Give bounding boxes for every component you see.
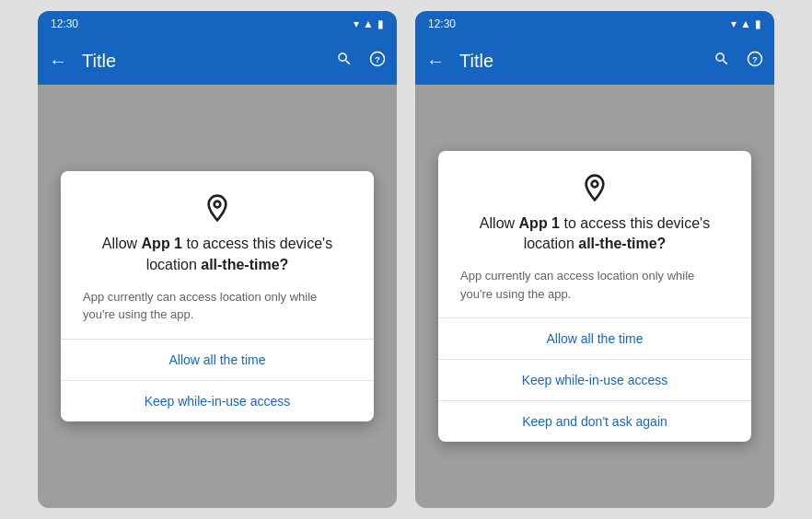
- dialog-title-1: Allow App 1 to access this device's loca…: [83, 234, 352, 275]
- keep-while-in-use-button-1[interactable]: Keep while-in-use access: [61, 381, 374, 421]
- dialog-body-2: Allow App 1 to access this device's loca…: [438, 151, 751, 304]
- toolbar-1: ← Title ?: [38, 37, 397, 85]
- toolbar-icons-1: ?: [336, 51, 386, 72]
- dialog-1: Allow App 1 to access this device's loca…: [61, 171, 374, 421]
- content-area-1: Allow App 1 to access this device's loca…: [38, 85, 397, 508]
- dialog-title-2: Allow App 1 to access this device's loca…: [460, 213, 729, 255]
- content-area-2: Allow App 1 to access this device's loca…: [415, 85, 774, 508]
- svg-text:?: ?: [375, 53, 380, 63]
- status-icons-2: ▾ ▲ ▮: [731, 17, 761, 30]
- toolbar-title-2: Title: [459, 51, 699, 72]
- toolbar-title-1: Title: [82, 51, 321, 72]
- toolbar-2: ← Title ?: [415, 37, 774, 85]
- location-icon-2: [460, 173, 729, 202]
- allow-all-time-button-1[interactable]: Allow all the time: [61, 340, 374, 381]
- dialog-desc-2: App currently can access location only w…: [460, 267, 729, 303]
- help-icon-2[interactable]: ?: [747, 51, 763, 72]
- keep-dont-ask-button-2[interactable]: Keep and don't ask again: [438, 401, 751, 442]
- location-icon-1: [83, 193, 352, 223]
- dialog-desc-1: App currently can access location only w…: [83, 288, 352, 324]
- status-icons-1: ▾ ▲ ▮: [354, 17, 384, 30]
- signal-icon: ▲: [363, 17, 374, 30]
- dialog-body-1: Allow App 1 to access this device's loca…: [61, 171, 374, 324]
- battery-icon: ▮: [377, 17, 384, 30]
- dialog-actions-2: Allow all the time Keep while-in-use acc…: [438, 317, 751, 442]
- allow-all-time-button-2[interactable]: Allow all the time: [438, 318, 751, 360]
- help-icon-1[interactable]: ?: [369, 51, 386, 72]
- wifi-icon-2: ▾: [731, 17, 737, 30]
- time-1: 12:30: [51, 17, 78, 30]
- phone-1: 12:30 ▾ ▲ ▮ ← Title ?: [38, 11, 397, 508]
- keep-while-in-use-button-2[interactable]: Keep while-in-use access: [438, 360, 751, 401]
- status-bar-2: 12:30 ▾ ▲ ▮: [415, 11, 774, 37]
- battery-icon-2: ▮: [755, 17, 761, 30]
- toolbar-icons-2: ?: [713, 51, 763, 72]
- back-button-2[interactable]: ←: [426, 51, 445, 72]
- time-2: 12:30: [428, 17, 456, 30]
- status-bar-1: 12:30 ▾ ▲ ▮: [38, 11, 397, 37]
- search-icon-2[interactable]: [713, 51, 730, 72]
- svg-text:?: ?: [752, 53, 758, 63]
- svg-point-2: [215, 202, 221, 208]
- search-icon-1[interactable]: [336, 51, 353, 72]
- svg-point-5: [592, 180, 598, 187]
- back-button-1[interactable]: ←: [49, 51, 67, 72]
- phone-2: 12:30 ▾ ▲ ▮ ← Title ?: [415, 11, 774, 508]
- dialog-2: Allow App 1 to access this device's loca…: [438, 151, 751, 443]
- signal-icon-2: ▲: [740, 17, 751, 30]
- wifi-icon: ▾: [354, 17, 359, 30]
- dialog-actions-1: Allow all the time Keep while-in-use acc…: [61, 339, 374, 421]
